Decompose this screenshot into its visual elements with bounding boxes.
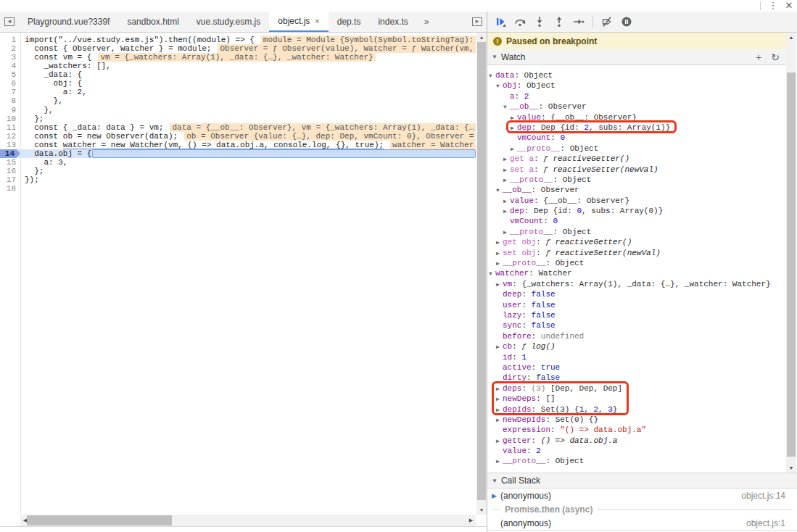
watch-row--proto-[interactable]: ▶__proto__: Object [487, 175, 786, 185]
watch-row-dep[interactable]: ▶dep: Dep {id: 0, subs: Array(0)} [487, 206, 786, 216]
expand-triangle-icon[interactable]: ▶ [503, 154, 510, 165]
gutter-line-number[interactable]: 5 [0, 70, 20, 79]
expand-triangle-icon[interactable]: ▼ [496, 186, 503, 196]
step-into-icon[interactable] [534, 16, 545, 28]
tab-playground-vue-339f[interactable]: Playground.vue?339f [19, 12, 118, 32]
gutter-line-number[interactable]: 4 [0, 62, 20, 70]
gutter-line-number[interactable]: 18 [0, 184, 20, 193]
menu-kebab-icon[interactable]: ⋮ [765, 1, 781, 11]
watch-row-deps[interactable]: ▶deps: (3) [Dep, Dep, Dep] [487, 383, 786, 394]
watch-row-expression[interactable]: expression: "() => data.obj.a" [487, 425, 786, 435]
deactivate-breakpoints-icon[interactable] [601, 16, 613, 28]
expand-triangle-icon[interactable]: ▼ [489, 71, 495, 81]
sidebar-vscroll-thumb[interactable] [787, 72, 796, 457]
expand-triangle-icon[interactable]: ▶ [503, 207, 510, 217]
watch-row-vm[interactable]: ▶vm: {_watchers: Array(1), _data: {…}, _… [487, 279, 786, 289]
tab-sandbox-html[interactable]: sandbox.html [118, 12, 187, 32]
editor-vscroll-thumb[interactable] [477, 42, 486, 500]
expand-triangle-icon[interactable]: ▼ [503, 102, 510, 112]
watch-row--proto-[interactable]: ▶__proto__: Object [487, 227, 786, 237]
watch-row-get-obj[interactable]: ▶get obj: ƒ reactiveGetter() [487, 237, 786, 247]
scroll-down-icon[interactable]: ▼ [786, 463, 796, 473]
gutter-line-number[interactable]: 6 [0, 79, 20, 88]
editor-horizontal-scrollbar[interactable]: ◀ ▶ [0, 515, 487, 526]
gutter-line-number[interactable]: 8 [0, 96, 20, 105]
gutter-line-number[interactable]: 13 [0, 141, 20, 149]
expand-triangle-icon[interactable]: ▶ [496, 280, 503, 290]
gutter-line-number[interactable]: 15 [0, 158, 20, 167]
expand-triangle-icon[interactable]: ▶ [503, 175, 510, 186]
tab-overflow-icon[interactable]: » [417, 12, 437, 32]
step-over-icon[interactable] [514, 16, 526, 28]
resume-icon[interactable] [495, 16, 506, 28]
watch-row-get-a[interactable]: ▶get a: ƒ reactiveGetter() [487, 154, 786, 164]
watch-row-active[interactable]: active: true [487, 362, 786, 373]
tab-close-icon[interactable]: × [315, 17, 319, 25]
watch-row-a[interactable]: a: 2 [487, 91, 786, 101]
tab-dep-ts[interactable]: dep.ts [329, 12, 370, 32]
watch-section-header[interactable]: ▼ Watch + ↻ [487, 49, 786, 65]
gutter-line-number[interactable]: 1 [0, 36, 20, 44]
watch-row-dirty[interactable]: dirty: false [487, 373, 786, 383]
watch-row--ob-[interactable]: ▼__ob__: Observer [487, 185, 786, 195]
expand-triangle-icon[interactable]: ▼ [489, 269, 495, 279]
watch-row-deep[interactable]: deep: false [487, 289, 786, 299]
tab-vue-study-esm-js[interactable]: vue.study.esm.js [188, 12, 269, 32]
watch-row-vmCount[interactable]: vmCount: 0 [487, 133, 786, 143]
watch-row--proto-[interactable]: ▶__proto__: Object [487, 258, 786, 268]
gutter-line-number[interactable]: 12 [0, 132, 20, 141]
step-out-icon[interactable] [553, 16, 565, 28]
scroll-up-icon[interactable]: ▲ [476, 33, 487, 42]
watch-row-getter[interactable]: ▶getter: () => data.obj.a [487, 436, 786, 446]
watch-row-sync[interactable]: sync: false [487, 320, 786, 331]
call-stack-header[interactable]: ▼ Call Stack [487, 473, 797, 489]
watch-row-dep[interactable]: ▶dep: Dep {id: 2, subs: Array(1)} [487, 122, 786, 133]
gutter-line-number[interactable]: 17 [0, 175, 20, 184]
gutter-line-number[interactable]: 9 [0, 106, 20, 115]
expand-triangle-icon[interactable]: ▶ [496, 384, 503, 394]
watch-row-newDepIds[interactable]: ▶newDepIds: Set(0) {} [487, 415, 786, 425]
gutter-line-number[interactable]: 11 [0, 123, 20, 132]
expand-triangle-icon[interactable]: ▶ [496, 259, 503, 269]
expand-triangle-icon[interactable]: ▶ [511, 113, 517, 123]
editor-vertical-scrollbar[interactable]: ▲ ▼ [476, 33, 487, 515]
expand-triangle-icon[interactable]: ▼ [496, 81, 503, 91]
gutter-line-number[interactable]: 3 [0, 53, 20, 62]
expand-triangle-icon[interactable]: ▶ [496, 405, 503, 415]
watch-row-watcher[interactable]: ▼watcher: Watcher [487, 268, 786, 278]
tab-object-js[interactable]: object.js× [269, 12, 328, 32]
gutter-line-number[interactable]: 16 [0, 167, 20, 175]
scroll-up-icon[interactable]: ▲ [786, 33, 796, 42]
watch-row-value[interactable]: ▶value: {__ob__: Observer} [487, 112, 786, 122]
expand-triangle-icon[interactable]: ▶ [496, 249, 503, 259]
watch-row-obj[interactable]: ▼obj: Object [487, 80, 786, 91]
scroll-down-icon[interactable]: ▼ [476, 505, 487, 515]
watch-row-value[interactable]: value: 2 [487, 446, 786, 456]
expand-triangle-icon[interactable]: ▶ [511, 144, 517, 154]
expand-triangle-icon[interactable]: ▶ [503, 196, 510, 207]
expand-triangle-icon[interactable]: ▶ [503, 165, 510, 175]
refresh-watch-icon[interactable]: ↻ [769, 51, 782, 63]
watch-row-vmCount[interactable]: vmCount: 0 [487, 216, 786, 226]
collapse-triangle-icon[interactable]: ▼ [492, 54, 497, 60]
watch-row-id[interactable]: id: 1 [487, 352, 786, 362]
watch-row--proto-[interactable]: ▶__proto__: Object [487, 144, 786, 154]
watch-row-set-a[interactable]: ▶set a: ƒ reactiveSetter(newVal) [487, 165, 786, 175]
gutter-line-number[interactable]: 10 [0, 115, 20, 123]
step-icon[interactable] [573, 16, 585, 28]
collapse-triangle-icon[interactable]: ▼ [492, 478, 497, 484]
watch-row-data[interactable]: ▼data: Object [487, 70, 786, 80]
expand-triangle-icon[interactable]: ▶ [496, 342, 503, 352]
scroll-right-icon[interactable]: ▶ [466, 518, 476, 523]
watch-row-set-obj[interactable]: ▶set obj: ƒ reactiveSetter(newVal) [487, 248, 786, 258]
expand-triangle-icon[interactable]: ▶ [496, 238, 503, 248]
close-icon[interactable]: ✕ [781, 1, 797, 11]
tab-index-ts[interactable]: index.ts [369, 12, 416, 32]
pause-on-exceptions-icon[interactable] [621, 16, 632, 28]
watch-row-user[interactable]: user: false [487, 300, 786, 310]
expand-triangle-icon[interactable]: ▶ [496, 415, 503, 425]
watch-row-lazy[interactable]: lazy: false [487, 310, 786, 320]
watch-row--proto-[interactable]: ▶__proto__: Object [487, 456, 786, 466]
hscroll-track[interactable]: ◀ ▶ [20, 515, 476, 526]
expand-triangle-icon[interactable]: ▶ [503, 228, 510, 238]
